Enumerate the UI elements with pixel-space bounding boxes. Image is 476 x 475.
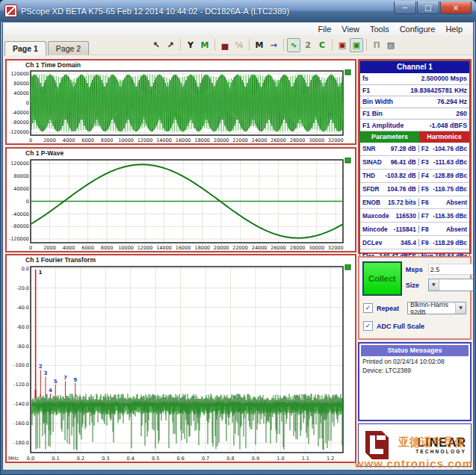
svg-text:9: 9 [73,377,77,383]
svg-text:14000: 14000 [156,245,172,251]
app-icon [4,4,17,17]
svg-text:16000: 16000 [176,137,191,143]
svg-text:0.7: 0.7 [202,456,209,462]
svg-text:10000: 10000 [118,245,134,251]
svg-text:0.5: 0.5 [152,456,159,462]
svg-text:0.6: 0.6 [176,456,184,462]
zoom-tool-icon[interactable]: ↗ [164,38,177,52]
time-domain-chart[interactable]: 0200040006000800010000120001400016000180… [7,69,352,143]
p-wave-chart[interactable]: 0200040006000800010000120001400016000180… [7,158,352,251]
svg-text:-180.0: -180.0 [13,440,29,446]
quarter-scale-icon[interactable]: ¼ [232,38,246,52]
svg-text:2: 2 [39,364,43,370]
maximize-button[interactable]: □ [417,1,439,14]
filter-response-icon[interactable]: ∿ [287,38,300,52]
svg-text:12000: 12000 [137,245,153,251]
minimize-button[interactable]: − [394,1,416,14]
svg-text:24000: 24000 [252,245,268,251]
display-red-icon[interactable]: ▣ [336,38,349,52]
collect-button[interactable]: Collect [363,262,401,295]
svg-text:0.9: 0.9 [252,456,259,462]
repeat-checkbox[interactable]: ✓ [363,303,373,313]
cursor-tool-icon[interactable]: ↖ [149,38,163,52]
fft-title: Ch 1 Fourier Transform [7,255,355,264]
notes-icon[interactable]: ▨ [384,38,398,52]
svg-text:0.4: 0.4 [127,456,135,462]
fft-chart[interactable]: 0.00.10.20.30.40.50.60.70.80.91.01.11.20… [7,264,352,462]
menu-item-help[interactable]: Help [441,24,467,34]
collect-panel: Collect Msps Size ▼ 32768 [358,256,472,340]
svg-text:0: 0 [29,245,32,251]
svg-text:1.0: 1.0 [276,456,284,462]
adc-full-scale-checkbox[interactable]: ✓ [363,321,373,331]
tab-page-1[interactable]: Page 1 [4,41,46,55]
svg-text:-100.0: -100.0 [13,362,29,368]
svg-text:-60.0: -60.0 [16,324,29,330]
copy-data-icon[interactable]: C [315,38,329,52]
param-harm-row: SFDR104.76 dBF5-119.75 dBc [360,183,469,196]
chevron-down-icon[interactable]: ▼ [455,302,466,314]
status-line: Device: LTC2389 [361,365,469,374]
toolbar-separator [249,39,250,51]
adc-full-scale-label: ADC Full Scale [377,323,424,330]
device-config-icon[interactable]: 2 [301,38,315,52]
svg-text:22000: 22000 [232,245,248,251]
logo-technology-text: TECHNOLOGY [394,449,466,454]
svg-text:-40000: -40000 [12,110,29,116]
svg-text:4000: 4000 [63,137,75,143]
channel-panel: Channel 1 fs2.500000 MspsF119.836425781 … [358,59,472,254]
svg-text:26000: 26000 [271,245,286,251]
average-icon[interactable]: → [267,38,280,52]
svg-text:32000: 32000 [328,137,344,143]
svg-text:16000: 16000 [176,245,191,251]
window-combobox[interactable]: Blkmn-Harris 92dB ▼ [407,302,466,314]
menu-bar: FileViewToolsConfigureHelp [3,22,473,36]
svg-text:0.1: 0.1 [52,456,59,462]
status-lines: Printed on 02/24/14 10:02:08Device: LTC2… [361,356,469,374]
param-harm-row: SNR97.28 dBF2-104.76 dBc [360,143,469,156]
svg-text:30000: 30000 [309,245,324,251]
size-value: 32768 [439,282,474,289]
svg-text:-140.0: -140.0 [13,401,29,407]
marker-icon[interactable]: M [198,38,211,52]
menu-item-configure[interactable]: Configure [395,24,440,34]
pi-tool-icon[interactable]: Π [370,38,383,52]
chevron-down-icon[interactable]: ▼ [429,279,439,291]
status-line: Printed on 02/24/14 10:02:08 [361,356,469,365]
param-harm-row: DCLev345.4F9-118.29 dBc [360,236,469,249]
size-combobox[interactable]: ▼ 32768 [428,279,474,291]
toolbar-separator [366,39,367,51]
tab-page-2[interactable]: Page 2 [48,41,89,55]
histogram-icon[interactable]: ▅ [218,38,232,52]
menu-item-view[interactable]: View [337,24,364,34]
menu-item-tools[interactable]: Tools [365,24,394,34]
fft-panel: Ch 1 Fourier Transform 0.00.10.20.30.40.… [5,254,356,463]
param-harm-row: ENOB15.72 bitsF6Absent [360,196,469,210]
max-hold-icon[interactable]: M [253,38,266,52]
size-label: Size [406,282,425,289]
display-green-icon[interactable]: ▣ [350,38,363,52]
close-button[interactable]: × [440,1,472,14]
client-area: FileViewToolsConfigureHelp Page 1 Page 2… [2,22,474,471]
channel-header: Channel 1 [360,61,469,73]
param-harm-row: SINAD96.41 dBF3-111.63 dBc [360,156,469,170]
svg-text:6000: 6000 [81,137,94,143]
svg-text:10000: 10000 [118,137,134,143]
msps-input[interactable] [428,264,474,275]
svg-text:0: 0 [26,199,29,205]
title-bar[interactable]: PScope XD BETA K75-65 Feb 12 2014 10:44:… [0,0,476,22]
svg-text:26000: 26000 [271,137,286,143]
y-scale-icon[interactable]: Y [184,38,197,52]
harmonics-header: Harmonics [419,131,469,143]
svg-text:40000: 40000 [13,90,29,96]
info-row: F119.836425781 KHz [360,85,469,97]
svg-text:8000: 8000 [101,137,114,143]
window-value: Blkmn-Harris 92dB [408,301,455,316]
svg-text:1.1: 1.1 [302,456,309,462]
time-domain-title: Ch 1 Time Domain [7,60,355,69]
time-domain-panel: Ch 1 Time Domain 02000400060008000100001… [5,59,356,145]
msps-label: Msps [406,266,425,273]
svg-text:30000: 30000 [309,137,324,143]
p-wave-title: Ch 1 P-Wave [7,149,355,158]
menu-item-file[interactable]: File [314,24,336,34]
